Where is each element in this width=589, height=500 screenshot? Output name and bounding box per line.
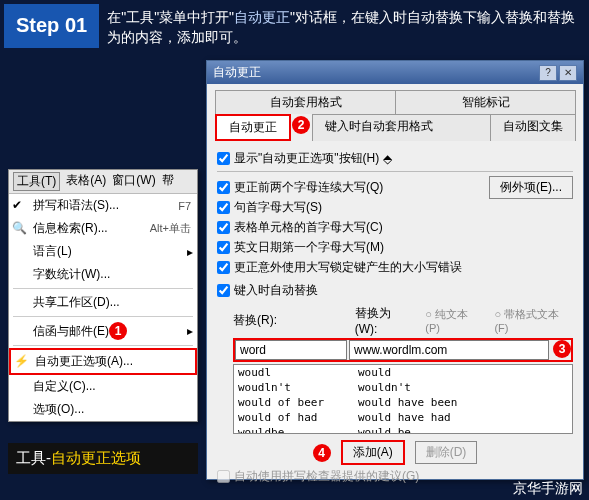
menu-wordcount[interactable]: 字数统计(W)... [9, 263, 197, 286]
chevron-right-icon: ▸ [187, 245, 193, 259]
replace-header-row: 替换(R): 替换为(W): ○ 纯文本(P) ○ 带格式文本(F) [233, 305, 573, 336]
list-item: wouldbewould be [234, 425, 572, 434]
replace-input-row: 3 [233, 338, 573, 362]
menubar-help[interactable]: 帮 [162, 172, 174, 191]
exceptions-button[interactable]: 例外项(E)... [489, 176, 573, 199]
chk-capitalize-days[interactable]: 英文日期第一个字母大写(M) [217, 239, 489, 256]
step-banner: Step 01 在"工具"菜单中打开"自动更正"对话框，在键入时自动替换下输入替… [4, 4, 585, 48]
step-instruction: 在"工具"菜单中打开"自动更正"对话框，在键入时自动替换下输入替换和替换为的内容… [99, 4, 585, 48]
menu-separator [13, 316, 193, 317]
replace-label: 替换(R): [233, 312, 343, 329]
autocorrect-dialog: 自动更正 ? ✕ 自动套用格式 智能标记 自动更正 2 键入时自动套用格式 自动… [206, 60, 584, 480]
tab-autocorrect[interactable]: 自动更正 [215, 114, 291, 141]
lightning-icon: ⚡ [14, 354, 30, 370]
step-badge: Step 01 [4, 4, 99, 48]
menu-research[interactable]: 🔍 信息检索(R)...Alt+单击 [9, 217, 197, 240]
radio-formatted: ○ 带格式文本(F) [494, 307, 573, 334]
help-button[interactable]: ? [539, 65, 557, 81]
menu-language[interactable]: 语言(L)▸ [9, 240, 197, 263]
replacewith-input[interactable] [349, 340, 549, 360]
chk-capitalize-cells[interactable]: 表格单元格的首字母大写(C) [217, 219, 489, 236]
tools-dropdown-menu: 工具(T) 表格(A) 窗口(W) 帮 ✔ 拼写和语法(S)...F7 🔍 信息… [8, 169, 198, 422]
menu-letters-mail[interactable]: 信函与邮件(E)1▸ [9, 319, 197, 343]
show-autocorrect-btn-checkbox[interactable]: 显示"自动更正选项"按钮(H) ⬘ [217, 150, 573, 167]
list-item: would of hadwould have had [234, 410, 572, 425]
add-delete-row: 4 添加(A) 删除(D) [217, 440, 573, 465]
tabs-bottom-row: 自动更正 2 键入时自动套用格式 自动图文集 [207, 114, 583, 141]
list-item: would of beerwould have been [234, 395, 572, 410]
delete-button: 删除(D) [415, 441, 478, 464]
research-icon: 🔍 [12, 221, 28, 237]
add-button[interactable]: 添加(A) [341, 440, 405, 465]
tab-autoformat[interactable]: 自动套用格式 [215, 90, 396, 114]
dialog-body: 显示"自动更正选项"按钮(H) ⬘ 更正前两个字母连续大写(Q) 句首字母大写(… [207, 141, 583, 494]
dialog-title: 自动更正 [213, 64, 261, 81]
close-icon[interactable]: ✕ [559, 65, 577, 81]
badge-2: 2 [292, 116, 310, 134]
badge-4: 4 [313, 444, 331, 462]
smarttag-icon: ⬘ [383, 152, 392, 166]
menubar-tools[interactable]: 工具(T) [13, 172, 60, 191]
menu-options[interactable]: 选项(O)... [9, 398, 197, 421]
chk-caps-lock[interactable]: 更正意外使用大写锁定键产生的大小写错误 [217, 259, 489, 276]
radio-plain: ○ 纯文本(P) [425, 307, 482, 334]
tab-asyoutype[interactable]: 键入时自动套用格式 [312, 114, 491, 141]
caption-bar: 工具-自动更正选项 [8, 443, 198, 474]
tabs-top-row: 自动套用格式 智能标记 [207, 84, 583, 114]
list-item: woudln'twouldn't [234, 380, 572, 395]
abc-check-icon: ✔ [12, 198, 28, 214]
menubar-window[interactable]: 窗口(W) [112, 172, 155, 191]
menu-autocorrect-options[interactable]: ⚡ 自动更正选项(A)... [9, 348, 197, 375]
tab-smarttags[interactable]: 智能标记 [395, 90, 576, 114]
menu-shared-workspace[interactable]: 共享工作区(D)... [9, 291, 197, 314]
menu-spelling[interactable]: ✔ 拼写和语法(S)...F7 [9, 194, 197, 217]
chk-replace-as-type[interactable]: 键入时自动替换 [217, 282, 573, 299]
chk-two-initial-caps[interactable]: 更正前两个字母连续大写(Q) [217, 179, 489, 196]
list-item: woudlwould [234, 365, 572, 380]
replace-input[interactable] [235, 340, 347, 360]
badge-3: 3 [553, 340, 571, 358]
tab-autotext[interactable]: 自动图文集 [490, 114, 576, 141]
replacewith-label: 替换为(W): [355, 305, 414, 336]
chevron-right-icon: ▸ [187, 324, 193, 338]
menu-list: ✔ 拼写和语法(S)...F7 🔍 信息检索(R)...Alt+单击 语言(L)… [9, 194, 197, 421]
menubar: 工具(T) 表格(A) 窗口(W) 帮 [9, 170, 197, 194]
menu-customize[interactable]: 自定义(C)... [9, 375, 197, 398]
dialog-titlebar: 自动更正 ? ✕ [207, 61, 583, 84]
chk-capitalize-sentence[interactable]: 句首字母大写(S) [217, 199, 489, 216]
menubar-table[interactable]: 表格(A) [66, 172, 106, 191]
badge-1: 1 [109, 322, 127, 340]
menu-separator [13, 345, 193, 346]
separator [217, 171, 573, 172]
autocorrect-list[interactable]: woudlwould woudln'twouldn't would of bee… [233, 364, 573, 434]
source-watermark: 京华手游网 [513, 480, 583, 498]
menu-separator [13, 288, 193, 289]
